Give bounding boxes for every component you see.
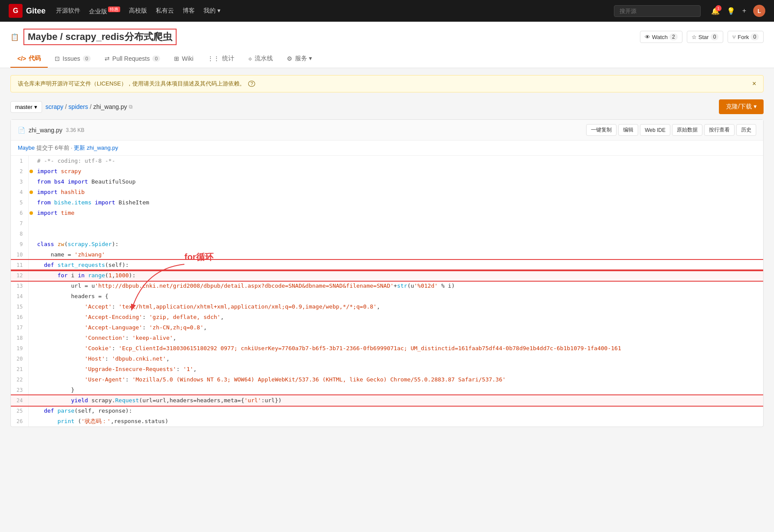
table-row: 26 print ('状态码：',response.status) bbox=[11, 416, 763, 427]
services-icon: ⚙ bbox=[287, 55, 292, 62]
branch-dropdown[interactable]: master ▾ bbox=[10, 101, 42, 113]
navbar-links: 开源软件 企业版特惠 高校版 私有云 博客 我的 ▾ bbox=[56, 7, 603, 16]
line-code: 'Accept-Language': 'zh-CN,zh;q=0.8', bbox=[34, 322, 763, 333]
main-content: 该仓库未声明开源许可证文件（LICENSE），使用请关注具体项目描述及其代码上游… bbox=[0, 68, 774, 434]
navbar-actions: 🔔 1 💡 + L bbox=[711, 5, 765, 17]
tab-pull-requests[interactable]: ⇄ Pull Requests 0 bbox=[98, 50, 167, 68]
commit-author[interactable]: Maybe bbox=[18, 144, 35, 151]
stats-icon: ⋮⋮ bbox=[207, 55, 220, 62]
line-dot bbox=[28, 406, 34, 416]
clone-download-button[interactable]: 克隆/下载 ▾ bbox=[719, 99, 764, 114]
line-code: yield scrapy.Request(url=url,headers=hea… bbox=[34, 395, 763, 406]
line-code: headers = { bbox=[34, 291, 763, 302]
watch-button[interactable]: 👁 Watch 2 bbox=[640, 31, 682, 43]
nav-blog[interactable]: 博客 bbox=[183, 7, 195, 15]
branch-current: master bbox=[15, 104, 33, 110]
lightbulb-icon[interactable]: 💡 bbox=[727, 7, 735, 15]
line-dot bbox=[28, 416, 34, 427]
edit-button[interactable]: 编辑 bbox=[618, 124, 638, 136]
nav-enterprise[interactable]: 企业版特惠 bbox=[89, 7, 120, 16]
table-row: 2 import scrapy bbox=[11, 166, 763, 177]
line-code: 'Cookie': 'Ecp_ClientId=318030615180292 … bbox=[34, 343, 763, 354]
nav-university[interactable]: 高校版 bbox=[129, 7, 147, 15]
line-dot bbox=[28, 343, 34, 354]
line-dot bbox=[28, 281, 34, 291]
branch-chevron-icon: ▾ bbox=[34, 104, 37, 110]
avatar[interactable]: L bbox=[753, 5, 765, 17]
plus-icon[interactable]: + bbox=[742, 7, 746, 15]
line-number: 16 bbox=[11, 312, 28, 322]
star-button[interactable]: ☆ Star 0 bbox=[687, 31, 724, 43]
table-row: 7 bbox=[11, 218, 763, 229]
table-row: 21 'Upgrade-Insecure-Requests': '1', bbox=[11, 364, 763, 374]
pr-icon: ⇄ bbox=[105, 55, 110, 62]
table-row: 16 'Accept-Encoding': 'gzip, deflate, sd… bbox=[11, 312, 763, 322]
line-dot bbox=[28, 250, 34, 260]
line-code: def start_requests(self): bbox=[34, 260, 763, 270]
commit-time: 6年前 bbox=[55, 144, 69, 151]
one-click-copy-button[interactable]: 一键复制 bbox=[586, 124, 617, 136]
repo-tabs: </> 代码 ⊡ Issues 0 ⇄ Pull Requests 0 ⊞ Wi… bbox=[10, 50, 764, 68]
copy-path-icon[interactable]: ⧉ bbox=[129, 104, 133, 110]
tab-stats[interactable]: ⋮⋮ 统计 bbox=[200, 50, 241, 68]
line-code: print ('状态码：',response.status) bbox=[34, 416, 763, 427]
file-name: zhi_wang.py bbox=[29, 127, 62, 134]
line-number: 14 bbox=[11, 291, 28, 302]
line-number: 10 bbox=[11, 250, 28, 260]
per-line-button[interactable]: 按行查看 bbox=[704, 124, 735, 136]
tab-services[interactable]: ⚙ 服务 ▾ bbox=[280, 50, 319, 68]
tab-issues[interactable]: ⊡ Issues 0 bbox=[48, 50, 98, 68]
line-dot bbox=[28, 270, 34, 281]
tab-wiki[interactable]: ⊞ Wiki bbox=[167, 50, 200, 68]
line-number: 12 bbox=[11, 270, 28, 281]
repo-name: Maybe / scrapy_redis分布式爬虫 bbox=[23, 29, 177, 45]
brand-name: Gitee bbox=[26, 7, 46, 16]
tab-pipeline[interactable]: ⟡ 流水线 bbox=[241, 50, 280, 68]
nav-private-cloud[interactable]: 私有云 bbox=[156, 7, 174, 15]
line-code: import hashlib bbox=[34, 187, 763, 197]
code-table: 1 # -*- coding: utf-8 -*- 2 import scrap… bbox=[11, 156, 763, 427]
table-row: 6 import time bbox=[11, 208, 763, 218]
nav-my[interactable]: 我的 ▾ bbox=[203, 7, 220, 15]
table-row: 20 'Host': 'dbpub.cnki.net', bbox=[11, 354, 763, 364]
breadcrumb-spiders[interactable]: spiders bbox=[69, 103, 88, 110]
star-count: 0 bbox=[711, 33, 719, 40]
line-code: 'Accept': 'text/html,application/xhtml+x… bbox=[34, 302, 763, 312]
repo-title-row: 📋 Maybe / scrapy_redis分布式爬虫 👁 Watch 2 ☆ … bbox=[10, 29, 764, 45]
line-number: 20 bbox=[11, 354, 28, 364]
raw-data-button[interactable]: 原始数据 bbox=[672, 124, 702, 136]
line-dot bbox=[28, 322, 34, 333]
fork-button[interactable]: ⑂ Fork 0 bbox=[728, 31, 764, 43]
table-row: 12 for i in range(1,1000): bbox=[11, 270, 763, 281]
nav-opensource[interactable]: 开源软件 bbox=[56, 7, 80, 15]
line-code: 'Upgrade-Insecure-Requests': '1', bbox=[34, 364, 763, 374]
branch-selector: master ▾ scrapy / spiders / zhi_wang.py … bbox=[10, 101, 133, 113]
line-code: import scrapy bbox=[34, 166, 763, 177]
tab-code[interactable]: </> 代码 bbox=[10, 50, 48, 68]
line-number: 7 bbox=[11, 218, 28, 229]
notification-bell-icon[interactable]: 🔔 1 bbox=[711, 7, 720, 15]
warning-close-icon[interactable]: × bbox=[752, 80, 756, 88]
line-dot bbox=[28, 395, 34, 406]
file-header: 📄 zhi_wang.py 3.36 KB 一键复制 编辑 Web IDE 原始… bbox=[11, 120, 763, 141]
web-ide-button[interactable]: Web IDE bbox=[640, 124, 670, 136]
line-dot bbox=[28, 354, 34, 364]
commit-link[interactable]: 更新 zhi_wang.py bbox=[74, 144, 118, 151]
line-number: 25 bbox=[11, 406, 28, 416]
commit-info: Maybe 提交于 6年前 · 更新 zhi_wang.py bbox=[11, 141, 763, 156]
line-dot bbox=[28, 333, 34, 343]
table-row: 22 'User-Agent': 'Mozilla/5.0 (Windows N… bbox=[11, 374, 763, 385]
line-code: 'Connection': 'keep-alive', bbox=[34, 333, 763, 343]
line-code: } bbox=[34, 385, 763, 395]
search-input[interactable] bbox=[614, 5, 701, 17]
warning-text: 该仓库未声明开源许可证文件（LICENSE），使用请关注具体项目描述及其代码上游… bbox=[18, 80, 255, 88]
breadcrumb-scrapy[interactable]: scrapy bbox=[46, 103, 63, 110]
warning-help-icon[interactable]: ? bbox=[248, 81, 255, 87]
notification-badge: 1 bbox=[715, 5, 722, 11]
watch-count: 2 bbox=[669, 33, 678, 40]
line-number: 26 bbox=[11, 416, 28, 427]
brand[interactable]: G Gitee bbox=[9, 4, 46, 18]
repo-file-icon: 📋 bbox=[10, 33, 19, 41]
history-button[interactable]: 历史 bbox=[736, 124, 756, 136]
file-view: 📄 zhi_wang.py 3.36 KB 一键复制 编辑 Web IDE 原始… bbox=[10, 119, 764, 427]
